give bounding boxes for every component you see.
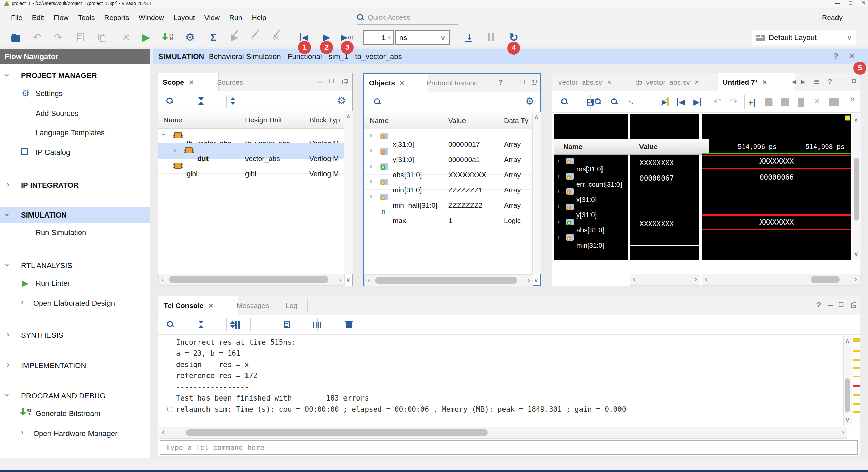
generate-bitstream-button[interactable]: 0110 <box>161 30 176 45</box>
search-icon[interactable] <box>374 98 381 105</box>
sidebar-item-ip-catalog[interactable]: IP Catalog <box>36 148 70 157</box>
menu-layout[interactable]: Layout <box>169 10 200 25</box>
chevron-right-icon[interactable] <box>557 203 560 209</box>
open-project-button[interactable] <box>8 30 23 45</box>
time-unit-select[interactable]: ns <box>395 30 450 45</box>
tab-objects[interactable]: Objects <box>364 74 428 92</box>
chevron-down-icon[interactable] <box>6 71 9 79</box>
tab-protocol-instances[interactable]: Protocol Instanc <box>422 74 503 92</box>
table-row[interactable]: 0 abs[31:0] XXXXXXXX Array <box>364 159 532 175</box>
scroll-up-icon[interactable] <box>845 337 850 344</box>
tab-tcl-console[interactable]: Tcl Console <box>159 296 238 315</box>
sidebar-section-ip-integrator[interactable]: IP INTEGRATOR <box>21 181 79 190</box>
menu-reports[interactable]: Reports <box>99 10 134 25</box>
table-row[interactable]: glbl glbl Verilog M <box>158 159 344 174</box>
collapse-handle-icon[interactable] <box>167 407 172 412</box>
wave-value-hscrollbar[interactable] <box>630 274 700 286</box>
scroll-left-icon[interactable] <box>633 275 635 282</box>
quick-access-search[interactable]: Quick Access <box>357 10 458 25</box>
tab-list-icon[interactable] <box>814 77 819 86</box>
scroll-up-icon[interactable] <box>534 113 539 120</box>
step-button[interactable] <box>461 30 476 45</box>
tab-vector-abs-sv[interactable]: vector_abs.sv <box>554 73 636 91</box>
sidebar-item-settings[interactable]: Settings <box>36 89 63 98</box>
console-output[interactable]: Incorrect res at time 515ns: a = 23, b =… <box>176 337 841 415</box>
menu-flow[interactable]: Flow <box>49 10 73 25</box>
next-transition-icon[interactable] <box>693 98 701 106</box>
help-icon[interactable] <box>131 101 135 108</box>
zoom-fit-icon[interactable] <box>628 97 636 106</box>
sidebar-section-implementation[interactable]: IMPLEMENTATION <box>21 361 86 370</box>
wave-signal-row[interactable]: I y[31:0] <box>554 200 628 215</box>
delete-button[interactable] <box>119 30 134 45</box>
tab-scroll-left-icon[interactable] <box>792 79 796 85</box>
scroll-thumb[interactable] <box>186 429 488 436</box>
table-row[interactable]: v min_half[31:0] ZZZZZZZ2 Array <box>364 190 532 205</box>
scope-hscrollbar[interactable] <box>158 274 345 286</box>
menu-help[interactable]: Help <box>247 10 271 25</box>
pause-output-icon[interactable] <box>235 321 240 330</box>
scroll-down-icon[interactable] <box>346 276 351 283</box>
help-icon[interactable] <box>833 52 839 60</box>
sidebar-item-open-elaborated-design[interactable]: Open Elaborated Design <box>33 299 115 308</box>
chevron-down-icon[interactable] <box>6 261 9 269</box>
objects-col-value[interactable]: Value <box>444 112 504 129</box>
objects-vscrollbar[interactable] <box>532 112 541 274</box>
warning-mark[interactable] <box>853 403 860 405</box>
chevron-right-icon[interactable] <box>557 157 560 164</box>
menu-edit[interactable]: Edit <box>27 10 49 25</box>
tab-sources[interactable]: Sources <box>212 73 259 91</box>
scroll-up-icon[interactable] <box>346 112 351 119</box>
wave-signal-row[interactable]: v min[31:0] <box>554 230 628 245</box>
menu-file[interactable]: File <box>6 10 27 25</box>
maximize-icon[interactable] <box>329 77 334 85</box>
window-maximize-button[interactable] <box>849 0 852 6</box>
table-row[interactable]: v min[31:0] ZZZZZZZ1 Array <box>364 175 532 190</box>
search-icon[interactable] <box>166 97 174 105</box>
minimize-icon[interactable] <box>828 303 833 308</box>
window-close-button[interactable] <box>862 0 866 6</box>
scroll-right-icon[interactable] <box>339 275 342 282</box>
help-icon[interactable] <box>498 79 503 86</box>
table-row-selected[interactable]: dut vector_abs Verilog M <box>158 143 344 159</box>
zoom-out-icon[interactable]: − <box>611 98 618 107</box>
maximize-icon[interactable] <box>520 78 525 85</box>
report-button[interactable] <box>206 30 221 45</box>
scroll-down-icon[interactable] <box>534 276 539 283</box>
scroll-right-icon[interactable] <box>855 275 857 282</box>
clear-icon[interactable] <box>388 35 391 41</box>
minimize-icon[interactable] <box>509 80 515 85</box>
tab-scroll-right-icon[interactable] <box>801 79 805 85</box>
scope-col-design-unit[interactable]: Design Unit <box>241 111 310 129</box>
sidebar-section-program-debug[interactable]: PROGRAM AND DEBUG <box>21 392 105 401</box>
previous-transition-icon[interactable] <box>677 98 685 106</box>
run-time-input[interactable]: 1 <box>363 30 394 45</box>
table-view-icon[interactable] <box>313 322 321 328</box>
float-icon[interactable] <box>342 79 348 84</box>
go-to-time-icon[interactable] <box>662 98 669 106</box>
wave-col-name[interactable]: Name <box>554 139 637 155</box>
close-icon[interactable] <box>695 79 699 86</box>
copy-button[interactable] <box>73 30 88 45</box>
warning-mark[interactable] <box>853 394 860 396</box>
chevron-right-icon[interactable] <box>7 361 9 369</box>
marker-flag-icon[interactable] <box>845 115 850 121</box>
close-icon[interactable] <box>849 50 855 61</box>
chevron-right-icon[interactable] <box>21 298 23 306</box>
table-row[interactable]: I x[31:0] 00000017 Array <box>364 129 532 144</box>
help-icon[interactable] <box>816 301 821 309</box>
menu-run[interactable]: Run <box>224 10 247 25</box>
chevron-right-icon[interactable] <box>370 193 372 200</box>
warning-mark[interactable] <box>853 359 860 361</box>
maximize-icon[interactable] <box>839 77 843 85</box>
chevron-right-icon[interactable] <box>174 146 176 154</box>
maximize-icon[interactable] <box>839 301 843 308</box>
gear-icon[interactable] <box>525 96 534 106</box>
chevron-right-icon[interactable] <box>370 132 372 139</box>
menu-tools[interactable]: Tools <box>73 10 99 25</box>
close-icon[interactable] <box>208 302 213 310</box>
float-icon[interactable] <box>532 80 537 85</box>
tab-messages[interactable]: Messages <box>232 296 285 315</box>
scope-vscrollbar[interactable] <box>344 111 353 274</box>
wave-canvas[interactable] <box>702 114 851 260</box>
